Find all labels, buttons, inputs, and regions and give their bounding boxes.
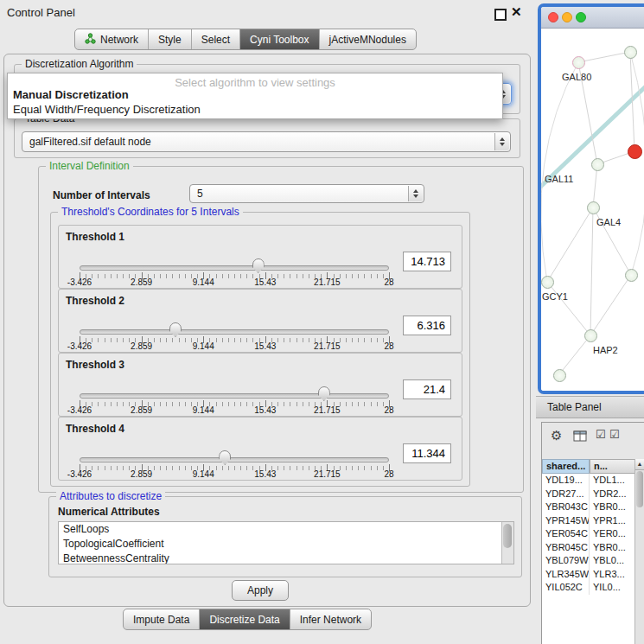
tab-jactivemnodules[interactable]: jActiveMNodules [320, 29, 416, 49]
cell[interactable]: YDR27... [542, 488, 590, 501]
table-body[interactable]: YDL19...YDL1... YDR27...YDR2... YBR043CY… [542, 474, 635, 644]
tab-style[interactable]: Style [149, 29, 192, 49]
zoom-traffic-light-icon[interactable] [576, 12, 586, 22]
table-row[interactable]: YBR043CYBR0... [542, 501, 635, 514]
cell[interactable]: YLR345W [542, 568, 590, 582]
cell[interactable]: YPR1... [590, 514, 635, 528]
dropdown-option-manual-discretization[interactable]: Manual Discretization [13, 88, 129, 101]
table-row[interactable]: YPR145WYPR1... [542, 514, 635, 528]
cell[interactable]: YER0... [590, 527, 635, 541]
combo-stepper-icon [408, 186, 423, 201]
slider-scale-labels: -3.426 2.859 9.144 15.43 21.715 28 [80, 341, 389, 352]
cell[interactable]: YLR3... [590, 568, 635, 582]
threshold-2-value-field[interactable] [403, 316, 451, 335]
network-canvas[interactable]: GAL80 GAL11 GAL4 GCY1 HAP2 [541, 29, 644, 391]
number-of-intervals-label: Number of Intervals [53, 189, 150, 201]
table-row[interactable]: YIL052CYIL0... [542, 581, 635, 595]
node-label: GAL11 [545, 174, 573, 184]
tab-label: Impute Data [133, 614, 189, 626]
threshold-3-slider-handle[interactable] [318, 386, 330, 401]
table-data-combobox[interactable]: galFiltered.sif default node [22, 131, 511, 152]
tab-network[interactable]: Network [75, 29, 149, 49]
threshold-2-slider-handle[interactable] [169, 322, 182, 337]
close-icon[interactable]: ✕ [511, 4, 522, 20]
cell[interactable]: YBR0... [590, 501, 635, 514]
slider-scale-labels: -3.426 2.859 9.144 15.43 21.715 28 [80, 277, 389, 288]
slider-track[interactable] [80, 265, 389, 271]
column-header-name[interactable]: n... [590, 459, 635, 474]
network-node[interactable] [572, 56, 585, 69]
list-scrollbar[interactable] [501, 522, 513, 564]
tab-impute-data[interactable]: Impute Data [124, 609, 200, 629]
slider-track[interactable] [80, 393, 389, 399]
network-view-window[interactable]: GAL80 GAL11 GAL4 GCY1 HAP2 [538, 3, 644, 394]
network-node-selected-red[interactable] [628, 144, 642, 159]
group-title: Attributes to discretize [56, 490, 165, 502]
cell[interactable]: YDL1... [590, 474, 635, 488]
threshold-3-value-field[interactable] [403, 379, 451, 399]
cell[interactable]: YPR145W [542, 514, 590, 528]
gear-icon[interactable]: ⚙ [551, 428, 562, 443]
threshold-2-slider[interactable] [80, 322, 389, 338]
cell[interactable]: YBR043C [542, 501, 590, 514]
column-header-shared-name[interactable]: shared... [542, 459, 590, 474]
bottom-tabbar: Impute Data Discretize Data Infer Networ… [123, 609, 372, 630]
dropdown-option-equal-width-frequency[interactable]: Equal Width/Frequency Discretization [13, 103, 201, 116]
minimize-traffic-light-icon[interactable] [562, 12, 572, 22]
list-item[interactable]: BetweennessCentrality [63, 552, 169, 564]
list-item[interactable]: SelfLoops [63, 523, 109, 538]
network-window-titlebar[interactable] [541, 7, 644, 29]
cell[interactable]: YER054C [542, 527, 590, 541]
tab-select[interactable]: Select [192, 29, 240, 49]
cell[interactable]: YDL19... [542, 474, 590, 488]
cell[interactable]: YIL052C [542, 581, 590, 595]
threshold-1-value-field[interactable] [403, 252, 451, 271]
tab-infer-network[interactable]: Infer Network [290, 609, 371, 629]
close-traffic-light-icon[interactable] [548, 12, 558, 22]
table-row[interactable]: YER054CYER0... [542, 527, 635, 541]
scrollbar-thumb[interactable] [503, 524, 512, 548]
threshold-4-value-field[interactable] [403, 443, 451, 463]
network-node[interactable] [587, 201, 600, 214]
table-row[interactable]: YBR045CYBR0... [542, 541, 635, 555]
network-node[interactable] [584, 329, 597, 342]
select-none-checkbox-icon[interactable]: ☑ [609, 428, 620, 441]
cell[interactable]: YBR045C [542, 541, 590, 555]
cell[interactable]: YBL0... [590, 554, 635, 568]
threshold-1-slider[interactable] [80, 258, 389, 274]
table-row[interactable]: YBL079WYBL0... [542, 554, 635, 568]
network-node[interactable] [541, 276, 554, 289]
table-vertical-scrollbar[interactable]: ▲ [634, 459, 644, 644]
scrollbar-thumb[interactable] [636, 471, 643, 507]
scroll-up-arrow-icon[interactable]: ▲ [635, 459, 644, 470]
combo-stepper-icon [494, 133, 509, 150]
network-node[interactable] [624, 46, 637, 59]
numerical-attributes-list[interactable]: SelfLoops TopologicalCoefficient Between… [58, 521, 514, 564]
columns-icon[interactable] [573, 430, 587, 444]
cell[interactable]: YDR2... [590, 488, 635, 501]
tab-cyni-toolbox[interactable]: Cyni Toolbox [240, 29, 319, 49]
table-panel-window[interactable]: ⚙ ☑ ☑ shared... n... YDL19...YDL1... YDR… [541, 422, 644, 644]
slider-track[interactable] [80, 457, 389, 462]
cell[interactable]: YIL0... [590, 581, 635, 595]
table-row[interactable]: YDR27...YDR2... [542, 488, 635, 501]
network-node[interactable] [553, 369, 566, 382]
apply-button[interactable]: Apply [232, 580, 289, 601]
threshold-3-slider[interactable] [80, 386, 389, 402]
network-node[interactable] [591, 158, 604, 171]
table-row[interactable]: YDL19...YDL1... [542, 474, 635, 488]
float-window-icon[interactable] [494, 9, 507, 21]
network-node[interactable] [625, 269, 638, 282]
node-label: GAL4 [596, 217, 621, 227]
slider-track[interactable] [80, 329, 389, 335]
table-row[interactable]: YLR345WYLR3... [542, 568, 635, 582]
tab-discretize-data[interactable]: Discretize Data [200, 609, 290, 629]
number-of-intervals-combobox[interactable]: 5 [189, 184, 424, 203]
list-item[interactable]: TopologicalCoefficient [63, 538, 164, 552]
threshold-1-slider-handle[interactable] [252, 258, 265, 273]
select-all-checkbox-icon[interactable]: ☑ [596, 428, 606, 441]
threshold-4-slider[interactable] [80, 450, 389, 466]
cell[interactable]: YBR0... [590, 541, 635, 555]
threshold-4-slider-handle[interactable] [219, 450, 231, 465]
cell[interactable]: YBL079W [542, 554, 590, 568]
